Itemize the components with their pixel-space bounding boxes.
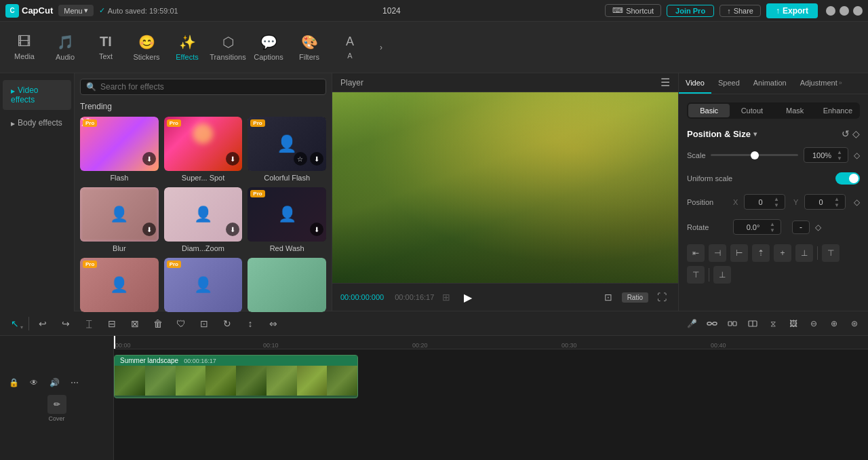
star-btn-colorflash[interactable]: ☆ bbox=[294, 152, 307, 166]
search-bar[interactable]: 🔍 bbox=[80, 79, 326, 95]
pos-y-down[interactable]: ▼ bbox=[833, 202, 841, 208]
effect-colorful-flash[interactable]: 👤 Pro ☆ ⬇ Colorful Flash bbox=[248, 117, 326, 182]
align-left[interactable]: ⇤ bbox=[687, 244, 705, 262]
tl-zoom-out[interactable]: ⊖ bbox=[806, 315, 822, 332]
rotate-input[interactable] bbox=[738, 223, 768, 231]
tl-select[interactable]: ↖ ▾ bbox=[5, 314, 24, 333]
video-clip[interactable]: Summer landscape 00:00:16:17 bbox=[114, 355, 358, 398]
lock-icon[interactable]: 🔒 bbox=[5, 375, 22, 391]
pos-diamond[interactable]: ◇ bbox=[854, 197, 860, 207]
tl-trim[interactable]: ⊠ bbox=[125, 314, 144, 333]
tl-mirror[interactable]: ⇔ bbox=[264, 314, 283, 333]
tl-clip1[interactable] bbox=[704, 315, 720, 332]
tab-adjustment[interactable]: Adjustment » bbox=[793, 73, 849, 94]
rotate-down[interactable]: ▼ bbox=[768, 227, 776, 233]
toolbar-more-button[interactable]: › bbox=[372, 38, 391, 57]
subtab-cutout[interactable]: Cutout bbox=[731, 104, 772, 117]
effect-blur[interactable]: 👤 ⬇ Blur bbox=[80, 187, 159, 252]
download-btn-blur[interactable]: ⬇ bbox=[142, 223, 156, 236]
scale-up[interactable]: ▲ bbox=[835, 149, 844, 155]
align-tl[interactable]: ⊤ bbox=[822, 244, 840, 262]
eye-icon[interactable]: 👁 bbox=[26, 375, 42, 391]
align-tr[interactable]: ⊤ bbox=[687, 266, 705, 284]
align-top[interactable]: ⇡ bbox=[752, 244, 770, 262]
tl-redo[interactable]: ↪ bbox=[56, 314, 75, 333]
tool-audio[interactable]: 🎵 Audio bbox=[46, 24, 84, 71]
join-pro-button[interactable]: Join Pro bbox=[667, 5, 714, 17]
tool-transitions[interactable]: ⬡ Transitions bbox=[209, 24, 247, 71]
tl-clip2[interactable] bbox=[724, 315, 741, 332]
scale-diamond[interactable]: ◇ bbox=[854, 151, 860, 160]
fullscreen-button[interactable]: ⛶ bbox=[654, 289, 670, 305]
effect-diam-zoom[interactable]: 👤 ⬇ Diam...Zoom bbox=[164, 187, 243, 252]
tl-crop[interactable]: ⊡ bbox=[195, 314, 214, 333]
tab-speed[interactable]: Speed bbox=[711, 73, 747, 94]
align-center[interactable]: + bbox=[774, 244, 791, 262]
tl-protect[interactable]: 🛡 bbox=[172, 314, 191, 333]
tool-filters[interactable]: 🎨 Filters bbox=[290, 24, 328, 71]
video-effects-tab[interactable]: Video effects bbox=[3, 80, 71, 110]
tool-media[interactable]: 🎞 Media bbox=[5, 24, 43, 71]
tl-mic[interactable]: 🎤 bbox=[684, 315, 700, 332]
tl-image[interactable]: 🖼 bbox=[785, 315, 802, 332]
tool-captions[interactable]: 💬 Captions bbox=[250, 24, 288, 71]
export-button[interactable]: ↑ Export bbox=[766, 3, 818, 18]
effect-pro4[interactable]: 👤 Pro bbox=[164, 258, 243, 312]
tl-undo[interactable]: ↩ bbox=[33, 314, 52, 333]
scale-input[interactable] bbox=[808, 151, 835, 159]
effect-pro3[interactable]: 👤 Pro bbox=[80, 258, 159, 312]
pos-y-up[interactable]: ▲ bbox=[833, 196, 841, 202]
player-menu-icon[interactable]: ☰ bbox=[660, 76, 670, 89]
tl-zoom-in[interactable]: ⊕ bbox=[826, 315, 842, 332]
menu-button[interactable]: Menu ▾ bbox=[58, 5, 94, 16]
rotate-diamond[interactable]: ◇ bbox=[815, 223, 821, 232]
pos-x-up[interactable]: ▲ bbox=[772, 196, 781, 202]
tl-clip3[interactable] bbox=[745, 315, 761, 332]
audio-icon[interactable]: 🔊 bbox=[46, 375, 62, 391]
tl-split[interactable]: ⌶ bbox=[79, 314, 98, 333]
share-button[interactable]: ↑ Share bbox=[719, 5, 761, 17]
tool-stickers[interactable]: 😊 Stickers bbox=[127, 24, 165, 71]
download-btn-flash[interactable]: ⬇ bbox=[142, 152, 156, 166]
subtab-mask[interactable]: Mask bbox=[774, 104, 816, 117]
align-center-h[interactable]: ⊣ bbox=[709, 244, 726, 262]
tl-delete[interactable]: 🗑 bbox=[149, 314, 167, 333]
align-bl[interactable]: ⊥ bbox=[713, 266, 731, 284]
timeline-tracks[interactable]: 00:00 00:10 00:20 00:30 00:40 Summer lan… bbox=[114, 336, 868, 460]
pos-x-down[interactable]: ▼ bbox=[772, 202, 781, 208]
tool-extra[interactable]: A A bbox=[331, 24, 369, 71]
tab-animation[interactable]: Animation bbox=[747, 73, 793, 94]
pos-y-input[interactable] bbox=[809, 198, 833, 206]
tl-loop[interactable]: ↻ bbox=[218, 314, 237, 333]
fit-screen-button[interactable]: ⊡ bbox=[600, 289, 616, 305]
minimize-button[interactable] bbox=[826, 6, 835, 16]
cover-button[interactable]: ✏ Cover bbox=[47, 395, 66, 422]
effect-extra3[interactable] bbox=[248, 258, 326, 312]
tl-split2[interactable]: ⊟ bbox=[102, 314, 121, 333]
tool-text[interactable]: TI Text bbox=[87, 24, 125, 71]
effect-super-spot[interactable]: Pro ⬇ Super... Spot bbox=[164, 117, 243, 182]
tl-flip[interactable]: ↕ bbox=[241, 314, 260, 333]
tool-effects[interactable]: ✨ Effects bbox=[168, 24, 206, 71]
scale-slider[interactable] bbox=[711, 154, 798, 156]
close-button[interactable] bbox=[853, 6, 863, 16]
effect-red-wash[interactable]: 👤 Pro ⬇ Red Wash bbox=[248, 187, 326, 252]
body-effects-tab[interactable]: Body effects bbox=[3, 113, 71, 133]
align-right[interactable]: ⊢ bbox=[730, 244, 748, 262]
subtab-basic[interactable]: Basic bbox=[688, 104, 730, 117]
align-bottom[interactable]: ⊥ bbox=[795, 244, 813, 262]
search-input[interactable] bbox=[100, 82, 320, 92]
diamond-icon[interactable]: ◇ bbox=[852, 128, 860, 139]
more-options-icon[interactable]: ⋯ bbox=[66, 375, 83, 391]
download-btn-colorflash[interactable]: ⬇ bbox=[310, 152, 323, 166]
download-btn-redwash[interactable]: ⬇ bbox=[310, 223, 323, 236]
tl-fit[interactable]: ⊛ bbox=[846, 315, 863, 332]
scale-down[interactable]: ▼ bbox=[835, 155, 844, 161]
uniform-scale-toggle[interactable] bbox=[835, 172, 860, 185]
ratio-button[interactable]: Ratio bbox=[622, 292, 648, 303]
rotate-up[interactable]: ▲ bbox=[768, 221, 776, 227]
effect-flash[interactable]: ');"> Pro ⬇ Flash bbox=[80, 117, 159, 182]
maximize-button[interactable] bbox=[840, 6, 849, 16]
tab-video[interactable]: Video bbox=[679, 73, 711, 94]
subtab-enhance[interactable]: Enhance bbox=[817, 104, 859, 117]
